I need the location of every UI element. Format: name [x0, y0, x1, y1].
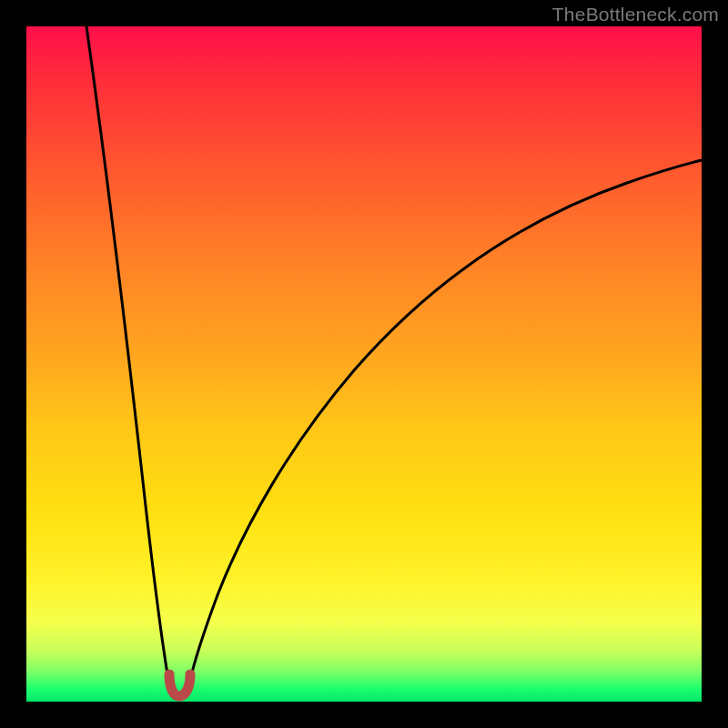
watermark-text: TheBottleneck.com — [552, 4, 719, 25]
bottleneck-curve-right — [189, 160, 702, 683]
chart-plot-area — [26, 26, 702, 702]
dip-marker — [169, 674, 190, 696]
bottleneck-curve-left — [86, 26, 170, 683]
chart-svg — [26, 26, 702, 702]
